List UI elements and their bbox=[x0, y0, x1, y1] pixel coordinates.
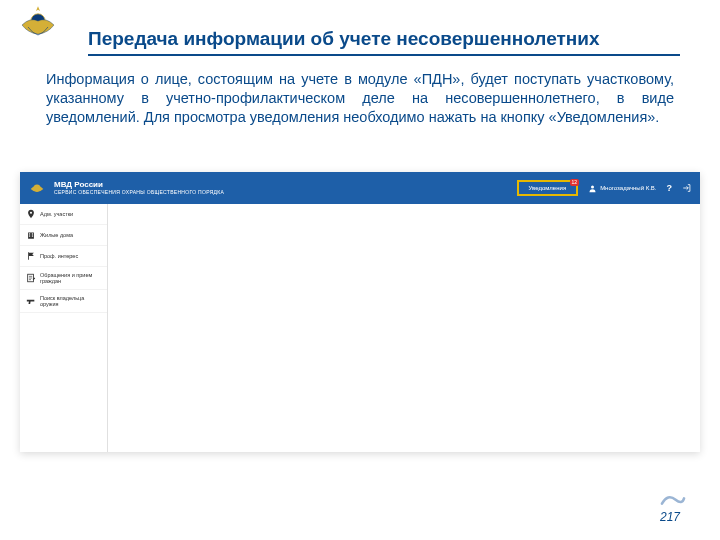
user-block[interactable]: Многозадачный К.В. bbox=[588, 184, 656, 193]
mvd-emblem-icon bbox=[18, 3, 58, 43]
sidebar-item-appeals[interactable]: Обращения и прием граждан bbox=[20, 267, 107, 290]
sidebar-item-prof[interactable]: Проф. интерес bbox=[20, 246, 107, 267]
svg-rect-7 bbox=[29, 235, 30, 236]
svg-point-3 bbox=[30, 212, 32, 214]
app-screenshot: МВД России СЕРВИС ОБЕСПЕЧЕНИЯ ОХРАНЫ ОБЩ… bbox=[20, 172, 700, 452]
app-topbar: МВД России СЕРВИС ОБЕСПЕЧЕНИЯ ОХРАНЫ ОБЩ… bbox=[20, 172, 700, 204]
mvd-emblem-small-icon bbox=[28, 179, 46, 197]
sidebar-item-label: Жилые дома bbox=[40, 232, 73, 238]
map-pin-icon bbox=[26, 209, 36, 219]
page-number: 217 bbox=[660, 510, 680, 524]
flag-icon bbox=[26, 251, 36, 261]
svg-rect-8 bbox=[32, 235, 33, 236]
sidebar-item-adm[interactable]: Адм. участки bbox=[20, 204, 107, 225]
user-icon bbox=[588, 184, 597, 193]
gun-icon bbox=[26, 296, 36, 306]
notifications-label: Уведомления bbox=[529, 185, 567, 191]
logout-icon[interactable] bbox=[682, 183, 692, 193]
decoration-swirl-icon bbox=[660, 494, 686, 508]
svg-rect-6 bbox=[32, 233, 33, 234]
sidebar-item-label: Проф. интерес bbox=[40, 253, 78, 259]
building-icon bbox=[26, 230, 36, 240]
app-content bbox=[108, 204, 700, 452]
svg-point-2 bbox=[591, 185, 594, 188]
topbar-brand-line2: СЕРВИС ОБЕСПЕЧЕНИЯ ОХРАНЫ ОБЩЕСТВЕННОГО … bbox=[54, 190, 224, 195]
sidebar-item-label: Обращения и прием граждан bbox=[40, 272, 101, 284]
help-icon[interactable]: ? bbox=[667, 183, 673, 193]
sidebar-item-label: Поиск владельца оружия bbox=[40, 295, 101, 307]
topbar-brand: МВД России СЕРВИС ОБЕСПЕЧЕНИЯ ОХРАНЫ ОБЩ… bbox=[54, 181, 224, 195]
sidebar: Адм. участки Жилые дома Проф. интерес bbox=[20, 204, 108, 452]
slide-body-text: Информация о лице, состоящим на учете в … bbox=[46, 70, 674, 127]
topbar-brand-line1: МВД России bbox=[54, 181, 224, 189]
svg-rect-5 bbox=[29, 233, 30, 234]
notifications-count-badge: 12 bbox=[570, 179, 580, 186]
notifications-button[interactable]: Уведомления 12 bbox=[517, 180, 579, 196]
slide-title: Передача информации об учете несовершенн… bbox=[88, 28, 680, 56]
user-name: Многозадачный К.В. bbox=[600, 185, 656, 191]
document-edit-icon bbox=[26, 273, 36, 283]
sidebar-item-houses[interactable]: Жилые дома bbox=[20, 225, 107, 246]
sidebar-item-weapon[interactable]: Поиск владельца оружия bbox=[20, 290, 107, 313]
sidebar-item-label: Адм. участки bbox=[40, 211, 73, 217]
svg-rect-9 bbox=[28, 252, 29, 260]
